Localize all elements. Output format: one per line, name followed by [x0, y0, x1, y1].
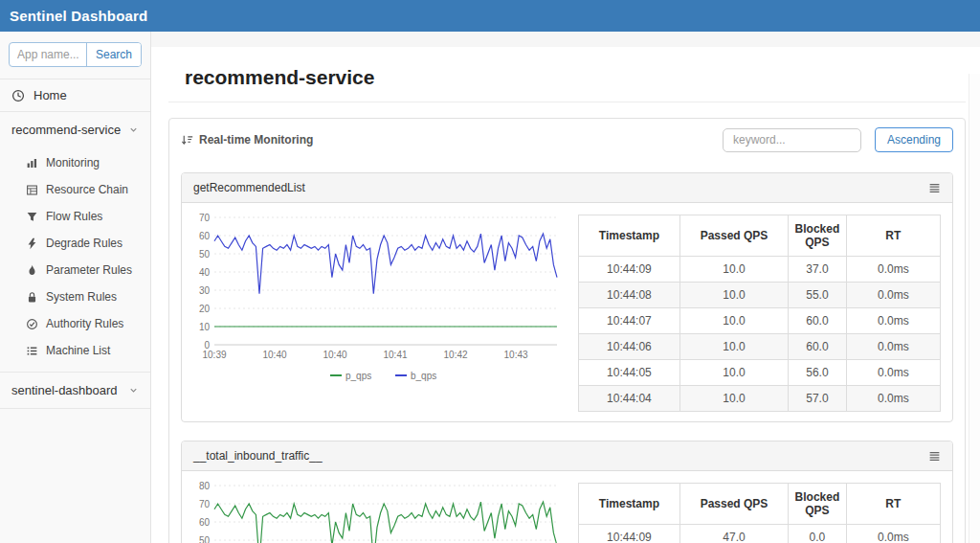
check-circle-icon [25, 318, 38, 330]
svg-text:20: 20 [199, 304, 211, 314]
svg-text:10:43: 10:43 [504, 350, 528, 360]
blocked-qps-cell: 37.0 [789, 257, 846, 283]
svg-text:60: 60 [199, 517, 211, 528]
app-group-label: sentinel-dashboard [11, 383, 118, 397]
app-search-group: Search [9, 42, 142, 67]
monitoring-toolbar: Real-time Monitoring Ascending [169, 119, 965, 161]
qps-chart-total-inbound-traffic: 80706050403020100 [188, 477, 563, 543]
sidebar-item-parameter-rules[interactable]: Parameter Rules [0, 257, 150, 283]
svg-text:50: 50 [199, 249, 211, 260]
rt-cell: 0.0ms [846, 257, 940, 283]
table-icon [25, 184, 38, 196]
svg-text:10:40: 10:40 [323, 350, 347, 360]
table-header-cell: Blocked QPS [789, 215, 846, 257]
svg-text:80: 80 [199, 481, 211, 491]
timestamp-cell: 10:44:04 [579, 386, 680, 412]
rt-cell: 0.0ms [846, 283, 940, 308]
app-search-button[interactable]: Search [86, 43, 141, 66]
sidebar-item-monitoring[interactable]: Monitoring [0, 149, 150, 176]
svg-text:70: 70 [199, 213, 211, 223]
svg-text:b_qps: b_qps [411, 371, 436, 381]
svg-text:p_qps: p_qps [345, 371, 371, 381]
svg-text:0: 0 [204, 340, 210, 351]
sidebar-item-system-rules[interactable]: System Rules [0, 283, 150, 310]
timestamp-cell: 10:44:09 [579, 257, 680, 283]
sidebar-item-label: Home [33, 88, 67, 102]
menu-item-label: Monitoring [46, 156, 100, 170]
sidebar-item-degrade-rules[interactable]: Degrade Rules [0, 230, 150, 257]
table-row: 10:44:07 10.0 60.0 0.0ms [579, 308, 941, 334]
timestamp-cell: 10:44:05 [579, 360, 680, 386]
timestamp-cell: 10:44:07 [579, 308, 680, 334]
menu-item-label: Flow Rules [46, 210, 102, 223]
app-header: Sentinel Dashboard [0, 0, 980, 32]
table-header-cell: Passed QPS [679, 215, 788, 257]
sidebar-group-sentinel-dashboard[interactable]: sentinel-dashboard [0, 373, 150, 409]
app-search-input[interactable] [10, 43, 86, 66]
table-row: 10:44:06 10.0 60.0 0.0ms [579, 334, 941, 360]
passed-qps-cell: 10.0 [679, 386, 788, 412]
clock-icon [11, 89, 25, 102]
svg-text:60: 60 [199, 231, 211, 241]
keyword-input[interactable] [723, 128, 861, 152]
sidebar-item-home[interactable]: Home [0, 79, 150, 112]
sidebar: Search Home recommend-service Monitoring… [0, 32, 151, 543]
timestamp-cell: 10:44:06 [579, 334, 680, 360]
svg-text:30: 30 [199, 285, 211, 296]
svg-text:50: 50 [199, 535, 211, 543]
blocked-qps-cell: 0.0 [789, 525, 846, 543]
bolt-icon [25, 238, 38, 250]
metrics-table: TimestampPassed QPSBlocked QPSRT 10:44:0… [578, 483, 941, 543]
menu-item-label: System Rules [46, 290, 117, 304]
svg-text:10: 10 [199, 322, 211, 332]
menu-item-label: Machine List [46, 344, 110, 357]
list-icon [25, 345, 38, 357]
sidebar-item-flow-rules[interactable]: Flow Rules [0, 203, 150, 230]
rt-cell: 0.0ms [846, 360, 940, 386]
realtime-monitoring-card: Real-time Monitoring Ascending getRecomm… [168, 118, 966, 543]
sidebar-submenu: Monitoring Resource Chain Flow Rules Deg… [0, 147, 150, 372]
chevron-down-icon [128, 124, 139, 135]
svg-text:10:42: 10:42 [444, 350, 468, 360]
timestamp-cell: 10:44:09 [579, 525, 680, 543]
svg-text:40: 40 [199, 267, 211, 278]
passed-qps-cell: 10.0 [679, 283, 788, 308]
sidebar-item-machine-list[interactable]: Machine List [0, 337, 150, 364]
lock-icon [25, 291, 38, 304]
table-header-cell: RT [846, 215, 940, 257]
svg-text:70: 70 [199, 499, 211, 509]
content-top-strip [151, 32, 980, 47]
blocked-qps-cell: 60.0 [789, 308, 846, 334]
qps-chart-getRecommendedList: 70605040302010010:3910:4010:4010:4110:42… [188, 209, 563, 389]
sidebar-item-authority-rules[interactable]: Authority Rules [0, 310, 150, 337]
chevron-down-icon [128, 385, 139, 396]
svg-text:10:39: 10:39 [202, 350, 226, 360]
table-header-row: TimestampPassed QPSBlocked QPSRT [579, 484, 941, 525]
page-title: recommend-service [185, 66, 980, 89]
main-content: recommend-service Real-time Monitoring A… [151, 32, 980, 543]
passed-qps-cell: 10.0 [679, 334, 788, 360]
passed-qps-cell: 10.0 [679, 257, 788, 283]
menu-item-label: Authority Rules [46, 317, 123, 330]
scrollbar-track[interactable] [969, 74, 980, 543]
sidebar-group-recommend-service[interactable]: recommend-service [0, 112, 150, 147]
table-header-cell: Blocked QPS [789, 484, 846, 525]
resource-panel-getRecommendedList: getRecommendedList 70605040302010010:391… [181, 172, 953, 422]
rt-cell: 0.0ms [846, 525, 940, 543]
menu-item-label: Degrade Rules [46, 237, 122, 250]
ascending-button[interactable]: Ascending [875, 127, 953, 152]
menu-icon[interactable] [928, 182, 941, 194]
blocked-qps-cell: 55.0 [789, 283, 846, 308]
table-row: 10:44:09 47.0 0.0 0.0ms [579, 525, 941, 543]
title-divider [168, 102, 966, 102]
passed-qps-cell: 47.0 [679, 525, 788, 543]
resource-panel-total-inbound-traffic: __total_inbound_traffic__ 80706050403020… [181, 441, 953, 543]
menu-icon[interactable] [928, 450, 941, 463]
resource-title: getRecommendedList [193, 181, 305, 194]
blocked-qps-cell: 56.0 [789, 360, 846, 386]
table-row: 10:44:09 10.0 37.0 0.0ms [579, 257, 941, 283]
rt-cell: 0.0ms [846, 386, 940, 412]
table-header-cell: Timestamp [579, 484, 680, 525]
passed-qps-cell: 10.0 [679, 360, 788, 386]
sidebar-item-resource-chain[interactable]: Resource Chain [0, 176, 150, 203]
